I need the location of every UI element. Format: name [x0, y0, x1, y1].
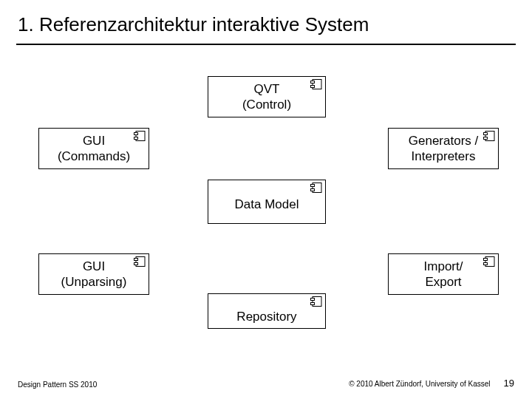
footer-left: Design Pattern SS 2010	[18, 381, 97, 389]
svg-rect-19	[311, 299, 315, 301]
component-label: Repository	[236, 309, 296, 324]
component-label: Data Model	[235, 197, 299, 212]
component-icon	[310, 183, 322, 193]
component-label: Generators / Interpreters	[409, 133, 479, 165]
component-repository: Repository	[208, 293, 326, 329]
page-number: 19	[504, 378, 514, 389]
svg-rect-20	[311, 303, 315, 305]
svg-rect-4	[134, 133, 138, 135]
svg-rect-8	[484, 137, 488, 140]
svg-rect-17	[484, 263, 488, 265]
svg-rect-13	[134, 259, 138, 261]
component-icon	[310, 79, 322, 89]
footer-right: © 2010 Albert Zündorf, University of Kas…	[349, 380, 490, 388]
component-icon	[310, 296, 322, 307]
svg-rect-7	[484, 133, 488, 135]
page-title: 1. Referenzarchitektur interaktive Syste…	[0, 0, 532, 44]
svg-rect-5	[134, 137, 138, 140]
component-icon	[134, 256, 146, 267]
component-gui-unparsing: GUI (Unparsing)	[38, 253, 149, 295]
svg-rect-11	[311, 189, 315, 191]
svg-rect-1	[311, 81, 315, 83]
diagram-canvas: QVT (Control) GUI (Commands) Generators …	[0, 45, 532, 355]
component-icon	[483, 131, 495, 141]
footer: Design Pattern SS 2010 © 2010 Albert Zün…	[0, 378, 532, 389]
component-label: GUI (Unparsing)	[61, 259, 127, 290]
svg-rect-10	[311, 185, 315, 187]
component-data-model: Data Model	[208, 180, 326, 224]
component-import-export: Import/ Export	[388, 253, 499, 295]
component-label: GUI (Commands)	[58, 133, 130, 165]
component-qvt: QVT (Control)	[208, 76, 326, 117]
component-gui-commands: GUI (Commands)	[38, 128, 149, 169]
svg-rect-14	[134, 263, 138, 265]
svg-rect-2	[311, 86, 315, 88]
component-icon	[483, 256, 495, 267]
component-label: QVT (Control)	[242, 81, 291, 113]
svg-rect-16	[484, 259, 488, 261]
component-label: Import/ Export	[424, 259, 463, 290]
component-generators: Generators / Interpreters	[388, 128, 499, 169]
component-icon	[134, 131, 146, 141]
